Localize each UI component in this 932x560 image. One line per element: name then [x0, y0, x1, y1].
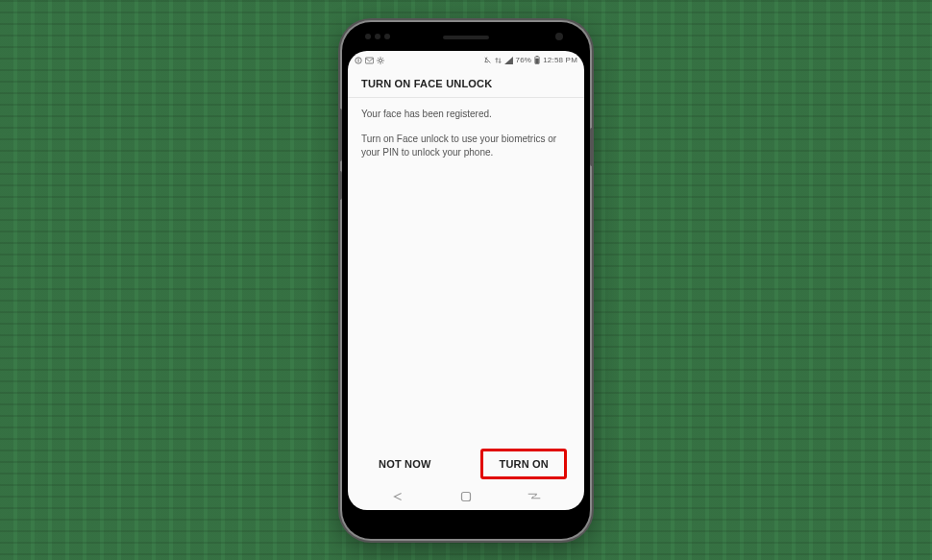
sensor-dot-icon — [384, 34, 390, 39]
volume-button — [338, 109, 342, 161]
status-right-icons: 76% 12:58 PM — [484, 56, 577, 64]
instruction-text: Turn on Face unlock to use your biometri… — [361, 133, 563, 159]
mute-icon — [484, 57, 492, 64]
back-icon[interactable] — [389, 491, 406, 502]
svg-rect-2 — [358, 58, 359, 59]
page-title: TURN ON FACE UNLOCK — [361, 78, 571, 89]
svg-rect-16 — [535, 59, 539, 63]
status-left-icons — [355, 57, 384, 64]
svg-point-4 — [379, 59, 381, 61]
footer-actions: NOT NOW TURN ON — [348, 449, 584, 485]
phone-screen: 76% 12:58 PM TURN ON FACE UNLOCK Your fa… — [348, 51, 584, 510]
recents-icon[interactable] — [526, 491, 543, 502]
svg-rect-15 — [536, 56, 538, 57]
power-button — [590, 128, 594, 166]
mail-icon — [365, 57, 374, 64]
battery-percent-text: 76% — [516, 56, 532, 64]
svg-rect-1 — [358, 60, 359, 61]
page-header: TURN ON FACE UNLOCK — [348, 68, 584, 98]
battery-icon — [534, 56, 540, 64]
home-icon[interactable] — [459, 491, 473, 502]
page-content: Your face has been registered. Turn on F… — [348, 98, 584, 449]
svg-line-10 — [382, 61, 383, 62]
status-time: 12:58 PM — [543, 56, 577, 64]
svg-rect-17 — [461, 492, 470, 500]
android-nav-bar — [348, 485, 584, 510]
status-bar: 76% 12:58 PM — [348, 51, 584, 68]
tutorial-highlight-box: TURN ON — [480, 449, 567, 479]
turn-on-button[interactable]: TURN ON — [483, 451, 564, 476]
settings-icon — [377, 57, 384, 64]
svg-rect-3 — [365, 58, 373, 63]
front-camera-icon — [555, 33, 563, 40]
sensor-dot-icon — [365, 34, 371, 39]
phone-speaker — [443, 36, 489, 39]
info-icon — [355, 57, 362, 64]
signal-icon — [504, 57, 513, 64]
sensor-dot-icon — [375, 34, 380, 39]
svg-line-11 — [382, 58, 383, 59]
data-icon — [495, 57, 502, 64]
phone-device-frame: 76% 12:58 PM TURN ON FACE UNLOCK Your fa… — [342, 22, 590, 539]
not-now-button[interactable]: NOT NOW — [365, 449, 445, 479]
bixby-button — [338, 171, 342, 200]
svg-line-12 — [378, 61, 379, 62]
svg-line-9 — [378, 58, 379, 59]
registered-text: Your face has been registered. — [361, 108, 571, 121]
